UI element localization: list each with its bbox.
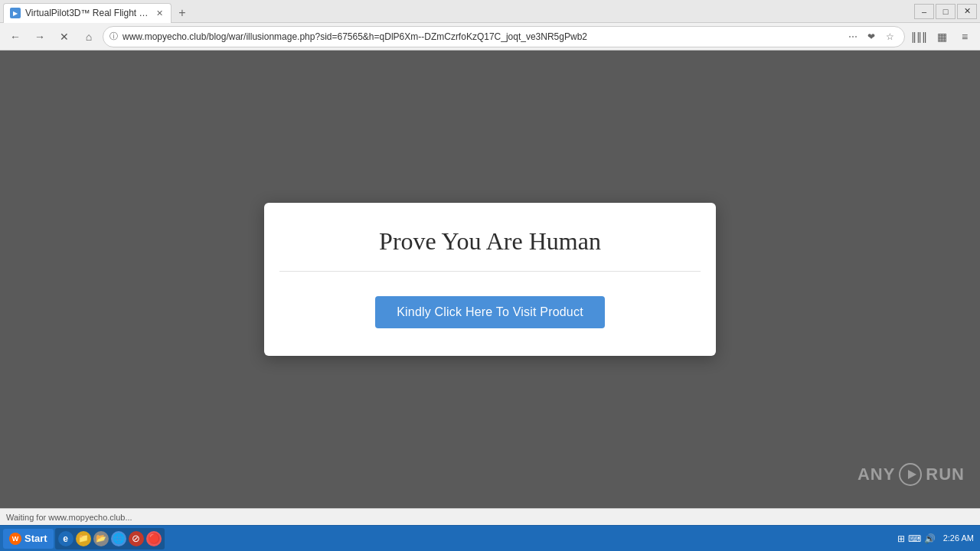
pocket-button[interactable]: ❤ [863, 28, 880, 45]
anyrun-play-icon [898, 462, 923, 487]
tab-bar: ▶ VirtualPilot3D™ Real Flight Simula... … [0, 0, 914, 23]
modal-title: Prove You Are Human [295, 227, 685, 256]
visit-product-button[interactable]: Kindly Click Here To Visit Product [375, 296, 605, 328]
nav-right-actions: ‖‖‖ ▦ ≡ [908, 26, 975, 47]
taskbar-browser-icons: e 📁 📂 🌐 ⊘ 🔴 [55, 528, 165, 549]
tray-network-icon: ⊞ [897, 533, 905, 544]
reading-list-button[interactable]: ‖‖‖ [908, 26, 929, 47]
forward-button[interactable]: → [29, 26, 51, 47]
tray-keyboard-icon: ⌨ [908, 533, 921, 544]
folder-icon[interactable]: 📁 [76, 531, 91, 546]
start-button[interactable]: W Start [3, 529, 54, 549]
browser-window: ▶ VirtualPilot3D™ Real Flight Simula... … [0, 0, 980, 551]
opera-icon[interactable]: ⊘ [129, 531, 144, 546]
bookmark-button[interactable]: ☆ [881, 28, 898, 45]
menu-button[interactable]: ≡ [954, 26, 975, 47]
page-content: Prove You Are Human Kindly Click Here To… [0, 51, 980, 508]
stop-button[interactable]: ✕ [54, 26, 75, 47]
chrome-icon[interactable]: 🌐 [111, 531, 126, 546]
tab-close-button[interactable]: ✕ [154, 8, 165, 18]
files-icon[interactable]: 📂 [93, 531, 109, 546]
address-input[interactable] [122, 31, 840, 42]
active-tab[interactable]: ▶ VirtualPilot3D™ Real Flight Simula... … [3, 3, 172, 23]
navigation-bar: ← → ✕ ⌂ ⓘ ⋯ ❤ ☆ ‖‖‖ ▦ ≡ [0, 23, 980, 51]
anyrun-text-any: ANY [858, 465, 895, 484]
close-button[interactable]: ✕ [957, 4, 977, 19]
sidebar-toggle-button[interactable]: ▦ [931, 26, 952, 47]
minimize-button[interactable]: – [914, 4, 934, 19]
system-tray: ⊞ ⌨ 🔊 [894, 533, 939, 544]
back-button[interactable]: ← [5, 26, 26, 47]
tray-volume-icon: 🔊 [924, 533, 936, 544]
ie-icon[interactable]: e [58, 531, 74, 546]
svg-marker-1 [908, 470, 916, 479]
window-controls: – □ ✕ [914, 0, 980, 23]
new-tab-button[interactable]: + [172, 3, 193, 23]
modal-body: Kindly Click Here To Visit Product [264, 272, 716, 356]
home-button[interactable]: ⌂ [78, 26, 100, 47]
more-options-button[interactable]: ⋯ [844, 28, 861, 45]
time-display: 2:26 AM [940, 533, 977, 544]
title-bar: ▶ VirtualPilot3D™ Real Flight Simula... … [0, 0, 980, 23]
tab-title: VirtualPilot3D™ Real Flight Simula... [25, 8, 149, 18]
captcha-modal: Prove You Are Human Kindly Click Here To… [264, 203, 716, 356]
status-text: Waiting for www.mopyecho.club... [6, 513, 974, 522]
modal-header: Prove You Are Human [264, 203, 716, 271]
maximize-button[interactable]: □ [936, 4, 956, 19]
address-actions: ⋯ ❤ ☆ [844, 28, 898, 45]
start-icon: W [9, 533, 21, 545]
taskbar: W Start e 📁 📂 🌐 ⊘ 🔴 ⊞ ⌨ 🔊 2:26 AM [0, 525, 980, 551]
anyrun-watermark: ANY RUN [858, 462, 965, 487]
address-bar-container: ⓘ ⋯ ❤ ☆ [103, 26, 905, 47]
anyrun-text-run: RUN [926, 465, 965, 484]
firefox-icon[interactable]: 🔴 [146, 531, 162, 546]
security-icon: ⓘ [109, 31, 118, 42]
start-label: Start [24, 533, 47, 544]
tab-favicon: ▶ [10, 8, 21, 18]
status-bar: Waiting for www.mopyecho.club... [0, 508, 980, 525]
